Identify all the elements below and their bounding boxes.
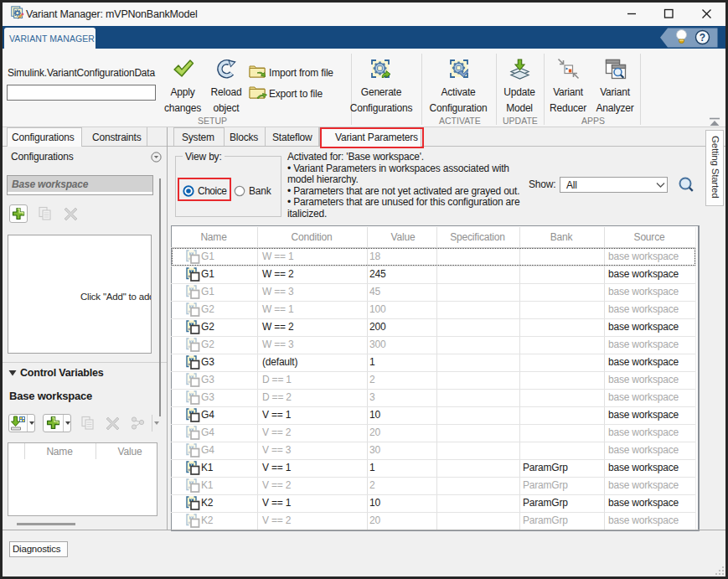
svg-text:?: ? [700, 32, 705, 44]
